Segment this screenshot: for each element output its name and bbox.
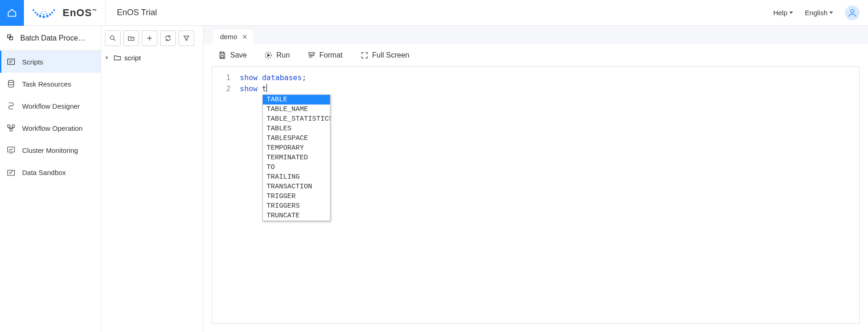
sandbox-icon <box>6 168 16 177</box>
tree-add-button[interactable] <box>142 30 157 46</box>
autocomplete-item[interactable]: TABLE <box>263 95 330 105</box>
save-icon <box>218 51 226 59</box>
autocomplete-item[interactable]: TABLE_NAME <box>263 105 330 114</box>
folder-minus-icon <box>127 35 135 42</box>
svg-point-3 <box>39 15 41 17</box>
svg-point-12 <box>42 11 43 12</box>
editor-card: Save Run Format <box>203 44 868 332</box>
product-trial-label: EnOS Trial <box>106 8 168 17</box>
svg-rect-15 <box>8 35 11 38</box>
save-label: Save <box>230 51 247 59</box>
autocomplete-item[interactable]: TABLESPACE <box>263 134 330 143</box>
caret-down-icon <box>789 12 793 14</box>
fullscreen-button[interactable]: Full Screen <box>360 51 410 59</box>
brand-name: EnOS™ <box>63 7 97 19</box>
home-button[interactable] <box>0 0 24 26</box>
sidebar-item-label: Cluster Monitoring <box>22 146 78 154</box>
sidebar-item-label: Scripts <box>22 58 43 66</box>
line-number: 1 <box>212 72 240 83</box>
svg-rect-28 <box>309 52 314 54</box>
autocomplete-item[interactable]: TRIGGERS <box>263 201 330 211</box>
resources-icon <box>6 79 16 88</box>
code-editor[interactable]: 1 show databases; 2 show t TABLETABLE_NA… <box>212 66 860 324</box>
autocomplete-item[interactable]: TABLE_STATISTICS <box>263 114 330 124</box>
svg-point-1 <box>35 12 36 13</box>
save-button[interactable]: Save <box>218 51 247 59</box>
svg-point-13 <box>45 11 46 12</box>
sidebar-item-label: Workflow Operation <box>22 124 82 132</box>
sidebar-item-label: Task Resources <box>22 80 71 88</box>
data-processing-icon <box>6 34 16 43</box>
autocomplete-popup[interactable]: TABLETABLE_NAMETABLE_STATISTICSTABLESTAB… <box>262 94 330 221</box>
autocomplete-item[interactable]: TABLES <box>263 124 330 134</box>
svg-point-18 <box>8 81 14 83</box>
help-menu[interactable]: Help <box>773 9 793 17</box>
tab-bar: demo ✕ <box>203 26 868 44</box>
tab-close-icon[interactable]: ✕ <box>242 33 248 41</box>
tree-item-script[interactable]: script <box>104 51 200 64</box>
autocomplete-item[interactable]: TRANSACTION <box>263 182 330 192</box>
sidebar-item-workflow-designer[interactable]: Workflow Designer <box>0 95 101 117</box>
autocomplete-item[interactable]: TO <box>263 163 330 172</box>
tree-new-folder-button[interactable] <box>123 30 139 46</box>
svg-rect-16 <box>10 36 13 40</box>
svg-rect-17 <box>8 59 15 64</box>
language-menu[interactable]: English <box>805 9 833 17</box>
filter-icon <box>183 35 190 42</box>
search-icon <box>109 35 116 42</box>
svg-point-2 <box>36 13 39 16</box>
sidebar-item-cluster-monitoring[interactable]: Cluster Monitoring <box>0 139 101 161</box>
svg-rect-26 <box>221 56 224 58</box>
workflow-designer-icon <box>6 101 16 111</box>
tree-refresh-button[interactable] <box>160 30 176 46</box>
svg-rect-19 <box>8 125 10 127</box>
sidebar-item-scripts[interactable]: Scripts <box>0 51 101 73</box>
line-number: 2 <box>212 83 240 94</box>
tree-search-button[interactable] <box>105 30 121 46</box>
svg-point-6 <box>49 13 52 16</box>
run-icon <box>264 51 272 59</box>
svg-rect-25 <box>221 52 224 54</box>
svg-point-0 <box>33 9 35 11</box>
sidebar-title: Batch Data Proce… <box>20 34 85 42</box>
autocomplete-item[interactable]: TEMPORARY <box>263 143 330 153</box>
format-button[interactable]: Format <box>307 51 343 59</box>
svg-point-14 <box>851 9 854 12</box>
sidebar-item-data-sandbox[interactable]: Data Sandbox <box>0 161 101 183</box>
user-avatar[interactable] <box>845 6 860 20</box>
fullscreen-label: Full Screen <box>372 51 410 59</box>
tab-demo[interactable]: demo ✕ <box>213 29 253 44</box>
tree-item-label: script <box>124 54 141 62</box>
monitor-icon <box>6 146 16 155</box>
sidebar-heading[interactable]: Batch Data Proce… <box>0 26 101 51</box>
sidebar-item-label: Data Sandbox <box>22 169 66 176</box>
tree-filter-button[interactable] <box>179 30 194 46</box>
workflow-operation-icon <box>6 123 16 133</box>
run-label: Run <box>276 51 289 59</box>
svg-point-11 <box>46 13 47 14</box>
format-icon <box>307 51 316 59</box>
brand-logo[interactable]: EnOS™ <box>24 0 106 25</box>
sidebar-item-workflow-operation[interactable]: Workflow Operation <box>0 117 101 139</box>
plus-icon <box>146 35 153 42</box>
app-body: Batch Data Proce… Scripts Task Resources… <box>0 26 868 332</box>
code-line-2: 2 show t <box>212 83 859 94</box>
svg-rect-22 <box>8 147 15 152</box>
fullscreen-icon <box>360 51 369 59</box>
format-label: Format <box>319 51 343 59</box>
autocomplete-item[interactable]: TRUNCATE <box>263 211 330 221</box>
brand-mark-icon <box>32 6 56 20</box>
autocomplete-item[interactable]: TRIGGER <box>263 192 330 201</box>
run-button[interactable]: Run <box>264 51 289 59</box>
sidebar-item-task-resources[interactable]: Task Resources <box>0 73 101 95</box>
script-tree-panel: script <box>101 26 203 332</box>
autocomplete-item[interactable]: TRAILING <box>263 172 330 182</box>
top-header: EnOS™ EnOS Trial Help English <box>0 0 868 26</box>
code-line-1: 1 show databases; <box>212 72 859 83</box>
header-right-controls: Help English <box>773 6 868 20</box>
svg-point-24 <box>110 36 114 40</box>
main-area: demo ✕ Save Run <box>203 26 868 332</box>
autocomplete-item[interactable]: TERMINATED <box>263 153 330 163</box>
sidebar-item-label: Workflow Designer <box>22 102 80 110</box>
svg-point-4 <box>42 15 45 18</box>
